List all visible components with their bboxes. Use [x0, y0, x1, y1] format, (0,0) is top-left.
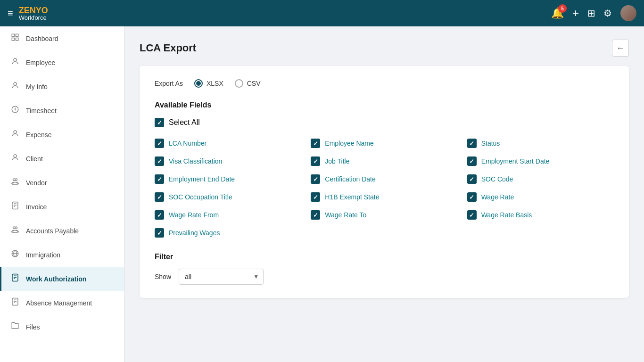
select-all-row[interactable]: Select All	[155, 118, 614, 127]
checkbox-employee-name[interactable]	[311, 139, 320, 148]
field-label-visa-classification: Visa Classification	[169, 157, 222, 165]
checkbox-lca-number[interactable]	[155, 139, 164, 148]
checkbox-employment-end-date[interactable]	[155, 174, 164, 184]
topnav-left: ≡ ZENYO Workforce	[8, 6, 48, 21]
sidebar-label-timesheet: Timesheet	[26, 107, 57, 115]
select-all-label: Select All	[169, 118, 200, 127]
grid-icon[interactable]: ⊞	[587, 8, 595, 19]
sidebar-item-vendor[interactable]: Vendor	[0, 171, 124, 195]
sidebar-item-absence-management[interactable]: Absence Management	[0, 291, 124, 315]
work-authorization-icon	[11, 273, 19, 284]
page-title-row: LCA Export ←	[140, 40, 629, 57]
sidebar-label-files: Files	[26, 323, 40, 331]
xlsx-label: XLSX	[206, 80, 223, 87]
field-item-soc-code[interactable]: SOC Code	[467, 174, 614, 184]
checkbox-wage-rate[interactable]	[467, 192, 477, 202]
field-label-wage-rate: Wage Rate	[481, 193, 514, 201]
checkbox-soc-code[interactable]	[467, 174, 477, 184]
show-select[interactable]: allactiveinactive	[179, 269, 264, 285]
svg-rect-2	[12, 38, 14, 41]
xlsx-radio[interactable]	[194, 79, 203, 88]
export-as-label: Export As	[155, 80, 183, 87]
main-layout: Dashboard Employee My Info	[0, 26, 644, 362]
timesheet-icon	[11, 105, 19, 116]
sidebar-item-work-authorization[interactable]: Work Authorization	[0, 267, 124, 291]
field-label-employment-end-date: Employment End Date	[169, 175, 235, 183]
sidebar-item-timesheet[interactable]: Timesheet	[0, 99, 124, 123]
dashboard-icon	[11, 33, 19, 44]
field-item-lca-number[interactable]: LCA Number	[155, 139, 301, 148]
checkbox-status[interactable]	[467, 139, 477, 148]
avatar[interactable]	[620, 5, 636, 21]
field-item-visa-classification[interactable]: Visa Classification	[155, 156, 301, 166]
svg-point-5	[14, 82, 17, 85]
checkbox-wage-rate-from[interactable]	[155, 210, 164, 220]
checkbox-soc-occupation-title[interactable]	[155, 192, 164, 202]
field-label-h1b-exempt-state: H1B Exempt State	[325, 193, 379, 201]
field-label-wage-rate-from: Wage Rate From	[169, 211, 219, 219]
sidebar-item-accounts-payable[interactable]: Accounts Payable	[0, 219, 124, 243]
files-icon	[11, 321, 19, 332]
checkbox-wage-rate-to[interactable]	[311, 210, 320, 220]
field-item-prevailing-wages[interactable]: Prevailing Wages	[155, 228, 301, 238]
select-all-checkbox[interactable]	[155, 118, 164, 127]
checkbox-employment-start-date[interactable]	[467, 156, 477, 166]
field-item-employment-start-date[interactable]: Employment Start Date	[467, 156, 614, 166]
field-item-employee-name[interactable]: Employee Name	[311, 139, 457, 148]
sidebar-item-expense[interactable]: Expense	[0, 123, 124, 147]
lca-export-card: Export As XLSX CSV Available Fields Sele…	[140, 66, 629, 298]
back-button[interactable]: ←	[612, 40, 629, 57]
sidebar-item-immigration[interactable]: Immigration	[0, 243, 124, 267]
immigration-icon	[11, 249, 19, 260]
topnav-right: 🔔 5 + ⊞ ⚙	[551, 5, 636, 21]
sidebar-label-immigration: Immigration	[26, 251, 60, 259]
filter-row: Show allactiveinactive ▼	[155, 269, 614, 285]
svg-rect-0	[12, 34, 14, 36]
xlsx-option[interactable]: XLSX	[194, 79, 223, 88]
sidebar-label-dashboard: Dashboard	[26, 35, 58, 42]
svg-point-7	[14, 131, 17, 133]
sidebar-item-client[interactable]: Client	[0, 147, 124, 171]
csv-radio[interactable]	[235, 79, 243, 88]
checkbox-certification-date[interactable]	[311, 174, 320, 184]
sidebar-item-employee[interactable]: Employee	[0, 50, 124, 74]
notification-icon[interactable]: 🔔 5	[551, 7, 564, 19]
field-item-employment-end-date[interactable]: Employment End Date	[155, 174, 301, 184]
logo: ZENYO Workforce	[19, 6, 48, 21]
show-label: Show	[155, 273, 171, 280]
field-item-wage-rate[interactable]: Wage Rate	[467, 192, 614, 202]
checkbox-prevailing-wages[interactable]	[155, 228, 164, 238]
field-item-wage-rate-from[interactable]: Wage Rate From	[155, 210, 301, 220]
show-select-wrapper: allactiveinactive ▼	[179, 269, 264, 285]
accounts-payable-icon	[11, 225, 19, 236]
settings-icon[interactable]: ⚙	[603, 8, 612, 19]
field-item-job-title[interactable]: Job Title	[311, 156, 457, 166]
field-item-wage-rate-basis[interactable]: Wage Rate Basis	[467, 210, 614, 220]
sidebar-item-invoice[interactable]: Invoice	[0, 195, 124, 219]
add-icon[interactable]: +	[572, 7, 579, 20]
sidebar-label-absence-management: Absence Management	[26, 299, 92, 307]
checkbox-visa-classification[interactable]	[155, 156, 164, 166]
field-label-lca-number: LCA Number	[169, 140, 206, 147]
hamburger-icon[interactable]: ≡	[8, 8, 13, 19]
field-item-status[interactable]: Status	[467, 139, 614, 148]
sidebar-label-work-authorization: Work Authorization	[26, 275, 86, 283]
field-label-employee-name: Employee Name	[325, 140, 374, 147]
checkbox-job-title[interactable]	[311, 156, 320, 166]
checkbox-wage-rate-basis[interactable]	[467, 210, 477, 220]
absence-management-icon	[11, 297, 19, 308]
field-item-certification-date[interactable]: Certification Date	[311, 174, 457, 184]
sidebar-label-invoice: Invoice	[26, 203, 47, 211]
sidebar: Dashboard Employee My Info	[0, 26, 124, 362]
field-item-wage-rate-to[interactable]: Wage Rate To	[311, 210, 457, 220]
svg-rect-1	[16, 34, 18, 36]
field-item-h1b-exempt-state[interactable]: H1B Exempt State	[311, 192, 457, 202]
field-label-soc-code: SOC Code	[481, 175, 513, 183]
filter-title: Filter	[155, 253, 614, 261]
sidebar-item-dashboard[interactable]: Dashboard	[0, 26, 124, 50]
sidebar-item-myinfo[interactable]: My Info	[0, 74, 124, 99]
csv-option[interactable]: CSV	[235, 79, 261, 88]
checkbox-h1b-exempt-state[interactable]	[311, 192, 320, 202]
field-item-soc-occupation-title[interactable]: SOC Occupation Title	[155, 192, 301, 202]
sidebar-item-files[interactable]: Files	[0, 315, 124, 339]
